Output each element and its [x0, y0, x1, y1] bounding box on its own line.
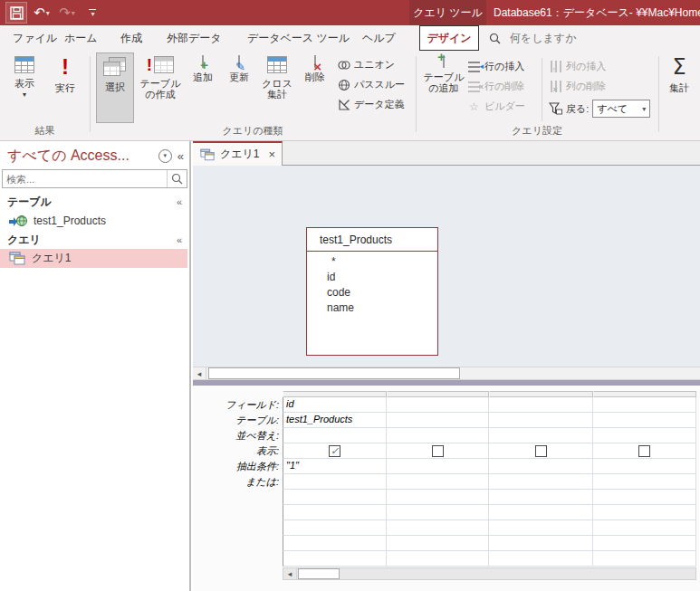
- grid-cell[interactable]: [387, 490, 489, 505]
- make-table-button[interactable]: ! テーブルの作成: [136, 52, 185, 123]
- section-collapse-icon[interactable]: «: [177, 234, 182, 245]
- grid-hscrollbar[interactable]: ◂: [283, 567, 696, 580]
- grid-cell-field-4[interactable]: [593, 397, 696, 413]
- close-tab-icon[interactable]: ×: [269, 148, 276, 161]
- column-selector[interactable]: [387, 391, 489, 397]
- grid-cell[interactable]: [283, 490, 387, 505]
- nav-item-test1-products[interactable]: test1_Products: [0, 211, 187, 230]
- grid-cell[interactable]: [283, 520, 387, 536]
- delete-rows-button[interactable]: × 行の削除: [467, 80, 525, 93]
- append-button[interactable]: + 追加: [187, 52, 219, 123]
- design-surface-hscrollbar[interactable]: ◂: [193, 367, 700, 380]
- nav-section-tables[interactable]: テーブル «: [0, 193, 189, 211]
- grid-cell-sort-1[interactable]: [283, 428, 387, 443]
- grid-cell-table-3[interactable]: [489, 413, 593, 428]
- tab-home[interactable]: ホーム: [62, 25, 100, 51]
- grid-cell[interactable]: [387, 505, 489, 520]
- grid-cell[interactable]: [593, 551, 696, 567]
- crosstab-button[interactable]: クロス集計: [259, 52, 295, 123]
- tab-design[interactable]: デザイン: [419, 25, 479, 51]
- insert-columns-button[interactable]: ↑ 列の挿入: [549, 60, 650, 73]
- redo-button[interactable]: ↷ ▾: [56, 2, 78, 24]
- grid-cell-table-4[interactable]: [593, 413, 696, 428]
- add-tables-button[interactable]: + テーブルの追加: [423, 52, 465, 123]
- grid-hscrollbar-thumb[interactable]: [298, 568, 340, 579]
- union-button[interactable]: ユニオン: [337, 58, 405, 71]
- run-button[interactable]: ! 実行: [47, 52, 83, 123]
- customize-qat-button[interactable]: ▾: [82, 2, 103, 24]
- grid-cell-or-4[interactable]: [593, 474, 696, 490]
- undo-button[interactable]: ↶ ▾: [31, 2, 53, 24]
- save-icon[interactable]: [5, 2, 27, 24]
- grid-cell[interactable]: [593, 490, 696, 505]
- field-name[interactable]: name: [307, 300, 437, 316]
- insert-rows-button[interactable]: ◂ 行の挿入: [467, 60, 525, 73]
- grid-cell-sort-3[interactable]: [489, 428, 593, 443]
- passthrough-button[interactable]: パススルー: [337, 78, 405, 91]
- grid-cell-criteria-4[interactable]: [593, 459, 696, 474]
- grid-cell[interactable]: [489, 520, 593, 536]
- delete-query-button[interactable]: × 削除: [298, 52, 332, 123]
- grid-cell[interactable]: [489, 551, 593, 567]
- document-tab-query1[interactable]: クエリ1 ×: [193, 141, 283, 166]
- tell-me-input[interactable]: [510, 32, 646, 44]
- scroll-left-icon[interactable]: ◂: [283, 568, 297, 579]
- nav-search-input[interactable]: [3, 174, 167, 185]
- grid-cell[interactable]: [593, 536, 696, 551]
- grid-cell-or-2[interactable]: [387, 474, 489, 490]
- grid-cell-or-1[interactable]: [283, 474, 387, 490]
- totals-button[interactable]: Σ 集計: [662, 52, 696, 123]
- grid-cell[interactable]: [489, 536, 593, 551]
- tab-file[interactable]: ファイル: [11, 25, 59, 51]
- grid-cell[interactable]: [387, 520, 489, 536]
- section-collapse-icon[interactable]: «: [177, 196, 182, 207]
- query-design-surface[interactable]: test1_Products * id code name: [193, 167, 700, 367]
- field-id[interactable]: id: [307, 270, 437, 285]
- tab-help[interactable]: ヘルプ: [360, 25, 398, 51]
- grid-cell-show-2[interactable]: [387, 443, 489, 459]
- grid-cell[interactable]: [489, 505, 593, 520]
- grid-cell-show-3[interactable]: [489, 443, 593, 459]
- update-button[interactable]: ✎ 更新: [222, 52, 256, 123]
- grid-cell-show-1[interactable]: ✓: [283, 443, 387, 459]
- grid-cell-or-3[interactable]: [489, 474, 593, 490]
- grid-cell-criteria-1[interactable]: "1": [283, 459, 387, 474]
- grid-cell[interactable]: [593, 520, 696, 536]
- grid-cell-sort-2[interactable]: [387, 428, 489, 443]
- select-query-button[interactable]: 選択: [96, 52, 134, 123]
- tell-me-search[interactable]: [489, 25, 646, 51]
- grid-cell[interactable]: [283, 551, 387, 567]
- view-button[interactable]: 表示 ▾: [5, 52, 43, 123]
- nav-section-queries[interactable]: クエリ «: [0, 231, 189, 249]
- grid-cell[interactable]: [489, 490, 593, 505]
- tab-database-tools[interactable]: データベース ツール: [245, 25, 351, 51]
- field-list-title[interactable]: test1_Products: [307, 228, 437, 252]
- grid-cell[interactable]: [283, 505, 387, 520]
- data-definition-button[interactable]: データ定義: [337, 98, 405, 111]
- delete-columns-button[interactable]: × 列の削除: [549, 80, 650, 93]
- tab-external-data[interactable]: 外部データ: [165, 25, 224, 51]
- show-checkbox[interactable]: [638, 445, 650, 457]
- grid-cell-field-1[interactable]: id: [283, 397, 387, 413]
- column-selector[interactable]: [593, 391, 696, 397]
- column-selector[interactable]: [489, 391, 593, 397]
- show-checkbox-checked[interactable]: ✓: [329, 445, 340, 457]
- builder-button[interactable]: ☆ ビルダー: [467, 100, 525, 113]
- show-checkbox[interactable]: [432, 445, 444, 457]
- nav-item-query1[interactable]: クエリ1: [0, 249, 187, 268]
- field-asterisk[interactable]: *: [307, 254, 437, 270]
- field-code[interactable]: code: [307, 285, 437, 300]
- nav-search-box[interactable]: [2, 169, 187, 188]
- grid-cell[interactable]: [387, 551, 489, 567]
- grid-cell-criteria-2[interactable]: [387, 459, 489, 474]
- grid-cell[interactable]: [283, 536, 387, 551]
- tab-create[interactable]: 作成: [119, 25, 144, 51]
- grid-cell-table-2[interactable]: [387, 413, 489, 428]
- column-selector[interactable]: [283, 391, 387, 397]
- hscrollbar-thumb[interactable]: [208, 367, 460, 379]
- return-combobox[interactable]: すべて ▾: [592, 100, 650, 118]
- show-checkbox[interactable]: [535, 445, 547, 457]
- grid-cell-table-1[interactable]: test1_Products: [283, 413, 387, 428]
- field-list-test1-products[interactable]: test1_Products * id code name: [306, 227, 438, 356]
- grid-cell-field-3[interactable]: [489, 397, 593, 413]
